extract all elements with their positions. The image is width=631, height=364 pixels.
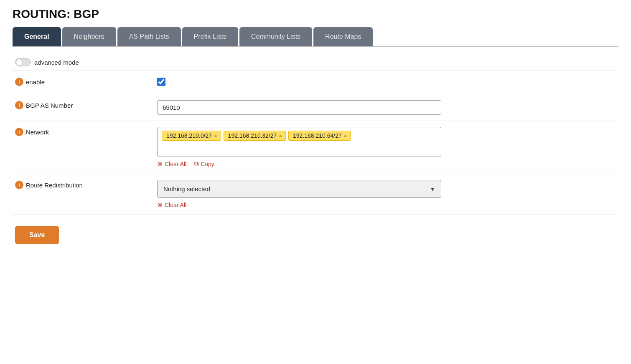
network-info-icon[interactable]: i <box>15 128 23 136</box>
route-redistribution-clear-all-button[interactable]: ⊗ Clear All <box>157 201 186 209</box>
enable-label: enable <box>26 78 45 86</box>
route-redistribution-actions: ⊗ Clear All <box>157 201 441 209</box>
network-copy-icon: ⧉ <box>194 160 198 168</box>
tab-neighbors[interactable]: Neighbors <box>62 27 116 46</box>
route-redistribution-select[interactable]: Nothing selected <box>157 180 441 198</box>
tab-community-lists[interactable]: Community Lists <box>239 27 312 46</box>
network-tag-0: 192.168.210.0/27 × <box>162 131 221 141</box>
route-redistribution-row: i Route Redistribution Nothing selected … <box>13 174 618 215</box>
advanced-mode-row: advanced mode <box>13 54 618 71</box>
tab-route-maps[interactable]: Route Maps <box>313 27 373 46</box>
advanced-mode-toggle[interactable] <box>15 58 31 66</box>
route-redistribution-label: Route Redistribution <box>26 182 83 189</box>
bgp-as-number-input[interactable] <box>157 100 441 115</box>
tab-as-path-lists[interactable]: AS Path Lists <box>117 27 181 46</box>
enable-info-icon[interactable]: i <box>15 78 23 86</box>
save-button[interactable]: Save <box>15 226 59 244</box>
network-tag-0-value: 192.168.210.0/27 <box>166 132 212 139</box>
network-tags-input[interactable]: 192.168.210.0/27 × 192.168.210.32/27 × 1… <box>157 127 441 157</box>
toggle-thumb <box>16 59 23 66</box>
tab-prefix-lists[interactable]: Prefix Lists <box>182 27 238 46</box>
toggle-track <box>15 58 31 66</box>
page-title: ROUTING: BGP <box>13 8 618 21</box>
route-redistribution-control: Nothing selected ▼ ⊗ Clear All <box>157 180 441 209</box>
route-redistribution-clear-icon: ⊗ <box>157 201 163 209</box>
network-clear-all-button[interactable]: ⊗ Clear All <box>157 160 186 168</box>
route-redistribution-info-icon[interactable]: i <box>15 181 23 189</box>
bgp-as-number-row: i BGP AS Number <box>13 94 618 121</box>
network-tag-2-value: 192.168.210.64/27 <box>293 132 342 139</box>
enable-row: i enable <box>13 71 618 94</box>
network-tag-0-remove[interactable]: × <box>214 133 217 139</box>
enable-label-group: i enable <box>15 77 157 86</box>
network-actions: ⊗ Clear All ⧉ Copy <box>157 160 441 168</box>
route-redistribution-clear-all-label: Clear All <box>165 202 186 208</box>
network-label: Network <box>26 129 49 136</box>
network-tag-1-remove[interactable]: × <box>279 133 282 139</box>
network-clear-all-label: Clear All <box>165 161 186 167</box>
network-row: i Network 192.168.210.0/27 × 192.168.210… <box>13 121 618 174</box>
tabs-nav: General Neighbors AS Path Lists Prefix L… <box>13 27 618 47</box>
network-tag-2-remove[interactable]: × <box>344 133 347 139</box>
network-clear-icon: ⊗ <box>157 160 163 168</box>
page-wrapper: ROUTING: BGP General Neighbors AS Path L… <box>0 0 631 265</box>
route-redistribution-select-wrapper: Nothing selected ▼ <box>157 180 441 198</box>
enable-control <box>157 78 441 86</box>
network-copy-button[interactable]: ⧉ Copy <box>194 160 214 168</box>
advanced-mode-label: advanced mode <box>34 59 79 66</box>
network-label-group: i Network <box>15 127 157 136</box>
network-tag-1-value: 192.168.210.32/27 <box>228 132 277 139</box>
route-redistribution-label-group: i Route Redistribution <box>15 180 157 189</box>
tab-general[interactable]: General <box>13 27 61 46</box>
network-copy-label: Copy <box>201 161 214 167</box>
network-tag-2: 192.168.210.64/27 × <box>288 131 351 141</box>
tab-content: advanced mode i enable i BGP AS Number <box>13 47 618 248</box>
bgp-as-number-label: BGP AS Number <box>26 102 73 109</box>
enable-checkbox[interactable] <box>157 78 165 86</box>
save-row: Save <box>13 215 618 248</box>
network-control: 192.168.210.0/27 × 192.168.210.32/27 × 1… <box>157 127 441 168</box>
network-tag-1: 192.168.210.32/27 × <box>224 131 286 141</box>
bgp-as-number-control <box>157 100 441 115</box>
bgp-as-info-icon[interactable]: i <box>15 101 23 109</box>
bgp-as-number-label-group: i BGP AS Number <box>15 100 157 109</box>
